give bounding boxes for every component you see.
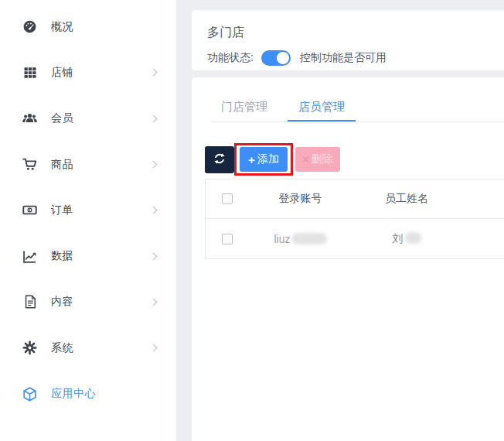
sidebar-item-shop[interactable]: 店铺 [0, 50, 176, 95]
feature-status-card: 多门店 功能状态: 控制功能是否可用 [192, 10, 504, 70]
refresh-icon [213, 152, 226, 167]
cell-name: 刘 [352, 232, 461, 246]
gear-icon [22, 340, 38, 356]
sidebar-item-label: 订单 [51, 203, 73, 217]
sidebar: 概况 店铺 会员 商品 订单 数据 [0, 0, 176, 441]
sidebar-item-app-center[interactable]: 应用中心 [0, 371, 176, 416]
tab-bar: 门店管理 店员管理 [210, 91, 504, 122]
store-manage-card: 门店管理 店员管理 + 添加 × 删除 登录账 [192, 77, 504, 441]
delete-button[interactable]: × 删除 [295, 147, 340, 172]
delete-button-label: 删除 [312, 152, 333, 166]
refresh-button[interactable] [205, 146, 234, 173]
sidebar-item-label: 系统 [51, 341, 73, 355]
add-button[interactable]: + 添加 [240, 147, 288, 172]
x-icon: × [302, 153, 308, 166]
cube-icon [22, 386, 38, 402]
feature-status-row: 功能状态: 控制功能是否可用 [207, 50, 504, 66]
chevron-right-icon [150, 161, 158, 169]
feature-toggle[interactable] [261, 50, 291, 66]
sidebar-item-label: 店铺 [51, 66, 73, 80]
column-header-account: 登录账号 [248, 192, 352, 206]
annotation-highlight-box: + 添加 [234, 143, 293, 176]
page-title: 多门店 [207, 25, 504, 41]
column-header-name: 员工姓名 [352, 192, 461, 206]
table-row: liuz 刘 [206, 218, 504, 258]
sidebar-item-products[interactable]: 商品 [0, 142, 176, 187]
chevron-right-icon [150, 69, 158, 77]
sidebar-item-data[interactable]: 数据 [0, 233, 176, 279]
sidebar-item-label: 数据 [51, 249, 73, 263]
chevron-right-icon [150, 252, 158, 260]
sidebar-item-label: 应用中心 [51, 387, 96, 401]
chart-icon [22, 248, 38, 265]
sidebar-item-members[interactable]: 会员 [0, 96, 176, 142]
toolbar: + 添加 × 删除 [205, 143, 504, 176]
sidebar-item-content[interactable]: 内容 [0, 279, 176, 325]
cart-icon [22, 156, 38, 173]
sidebar-item-system[interactable]: 系统 [0, 325, 176, 371]
toggle-knob [277, 52, 289, 64]
main-content-area: 多门店 功能状态: 控制功能是否可用 门店管理 店员管理 + 添加 [176, 0, 504, 441]
tab-store-manage[interactable]: 门店管理 [210, 91, 278, 121]
chevron-right-icon [150, 207, 158, 214]
money-icon [22, 202, 38, 218]
staff-table: 登录账号 员工姓名 liuz 刘 [205, 179, 504, 259]
sidebar-item-label: 商品 [51, 158, 73, 172]
select-all-checkbox[interactable] [222, 193, 233, 204]
status-hint: 控制功能是否可用 [300, 51, 387, 65]
sidebar-item-label: 概况 [51, 20, 73, 34]
chevron-right-icon [150, 115, 158, 122]
tab-staff-manage[interactable]: 店员管理 [288, 91, 356, 121]
chevron-right-icon [150, 344, 158, 352]
sidebar-item-label: 内容 [51, 295, 73, 309]
table-header-row: 登录账号 员工姓名 [206, 179, 504, 218]
redacted-area [292, 233, 327, 244]
redacted-area [405, 232, 421, 244]
document-icon [22, 294, 38, 310]
grid-icon [22, 64, 38, 80]
cell-account: liuz [248, 233, 352, 245]
dashboard-icon [22, 19, 38, 35]
sidebar-item-overview[interactable]: 概况 [0, 4, 176, 50]
status-label: 功能状态: [207, 51, 254, 65]
sidebar-item-orders[interactable]: 订单 [0, 187, 176, 233]
add-button-label: 添加 [257, 152, 279, 166]
sidebar-item-label: 会员 [51, 111, 73, 125]
chevron-right-icon [150, 298, 158, 306]
users-icon [22, 111, 38, 127]
row-checkbox[interactable] [222, 234, 233, 244]
plus-icon: + [248, 153, 255, 166]
